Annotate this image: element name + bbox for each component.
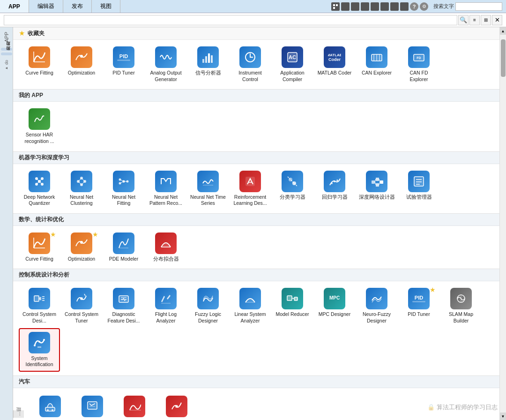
svg-line-34 [78, 178, 82, 181]
app-canfd-explorer[interactable]: FD CAN FD Explorer [398, 44, 439, 85]
svg-line-83 [292, 298, 294, 299]
app-control-sys-tuner[interactable]: Control System Tuner [61, 285, 102, 327]
app-mbc-opt[interactable]: MBC Optimization [156, 393, 197, 420]
toolbar-icon-2[interactable] [341, 2, 350, 11]
favorites-section: ★ 收藏夹 Curve Fitting Optimization PID PID… [13, 27, 499, 90]
app-optimization-math[interactable]: ★ Optimization [61, 230, 102, 265]
toolbar-icon-7[interactable] [390, 2, 399, 11]
favorites-star: ★ [19, 29, 25, 38]
scrollbar[interactable]: ▲ ▼ [499, 27, 506, 420]
sidebar-nav[interactable]: ▸ do [3, 59, 10, 72]
sidebar-item-1[interactable]: 力船加 [1, 48, 12, 51]
scroll-thumb[interactable] [501, 39, 506, 77]
app-exp[interactable]: 试验管理器 [398, 168, 439, 210]
svg-rect-6 [202, 59, 204, 63]
tab-editor[interactable]: 编辑器 [29, 0, 63, 13]
tab-publish[interactable]: 发布 [63, 0, 92, 13]
toolbar-icon-1[interactable] [331, 2, 340, 11]
app-system-id[interactable]: System Identification [19, 328, 60, 372]
svg-line-50 [288, 177, 297, 186]
app-label: Deep Network Quantizer [21, 194, 58, 207]
app-analog-output[interactable]: Analog Output Generator [145, 44, 186, 85]
app-label: Linear System Analyzer [231, 311, 269, 324]
app-pid-tuner-fav[interactable]: PID PID Tuner [103, 44, 144, 85]
toolbar-icon-3[interactable] [351, 2, 359, 11]
app-instrument-control[interactable]: Instrument Control [230, 44, 271, 85]
app-optimization-fav[interactable]: Optimization [61, 44, 102, 85]
sidebar-item-2[interactable]: 力船加 [1, 52, 12, 55]
view-grid-button[interactable]: ⊞ [481, 15, 491, 25]
app-label: SLAM Map Builder [442, 311, 480, 324]
svg-rect-91 [45, 407, 55, 411]
app-driving-scenario[interactable]: Driving Scenario Des... [30, 393, 71, 420]
app-ground-truth[interactable]: Ground Truth Labeler [72, 393, 113, 420]
my-app-label: 我的 APP [19, 92, 43, 98]
app-dnd[interactable]: 深度网络设计器 [356, 168, 397, 210]
app-label: 信号分析器 [195, 70, 221, 76]
svg-point-52 [334, 180, 335, 182]
app-can-explorer[interactable]: CAN Explorer [356, 44, 397, 85]
app-linear-sys[interactable]: Linear System Analyzer [230, 285, 271, 327]
app-model-reducer[interactable]: Model Reducer [272, 285, 313, 327]
app-dist[interactable]: 分布拟合器 [145, 230, 186, 265]
app-mpc-designer[interactable]: MPC MPC Designer [314, 285, 355, 327]
svg-point-87 [34, 345, 36, 346]
main-search-input[interactable] [455, 2, 502, 11]
app-search-input[interactable] [4, 15, 457, 25]
toolbar-icon-4[interactable] [361, 2, 369, 11]
svg-rect-8 [208, 53, 210, 63]
app-signal-analyzer-fav[interactable]: 信号分析器 [187, 44, 229, 85]
app-nnt[interactable]: Neural Net Time Series [187, 168, 229, 210]
app-nnp[interactable]: Neural Net Pattern Reco... [145, 168, 186, 210]
app-label: Flight Log Analyzer [147, 311, 185, 324]
watermark: 🔒 算法工程师的学习日志 [427, 403, 498, 412]
ml-label: 机器学习和深度学习 [19, 154, 69, 161]
tab-view[interactable]: 视图 [92, 0, 120, 13]
app-label: CAN Explorer [362, 70, 392, 76]
app-label: Curve Fitting [25, 256, 53, 262]
close-button[interactable]: ✕ [492, 15, 502, 25]
svg-line-58 [375, 179, 376, 182]
app-fuzzy-logic[interactable]: Fuzzy Logic Designer [187, 285, 229, 327]
settings-icon[interactable]: ⚙ [420, 2, 428, 11]
tab-app[interactable]: APP [0, 0, 29, 13]
app-neuro-fuzzy[interactable]: Neuro-Fuzzy Designer [356, 285, 397, 327]
app-diag-feature[interactable]: Diagnostic Feature Desi... [103, 285, 144, 327]
toolbar-icon-8[interactable] [400, 2, 409, 11]
svg-point-53 [336, 180, 338, 181]
scroll-down-btn[interactable]: ▼ [500, 412, 506, 420]
app-curve-fitting-fav[interactable]: Curve Fitting [19, 44, 60, 85]
search-button[interactable]: 🔍 [458, 15, 469, 25]
svg-rect-0 [333, 4, 335, 6]
app-cls[interactable]: 分类学习器 [272, 168, 313, 210]
toolbar-icon-6[interactable] [380, 2, 389, 11]
app-dnq[interactable]: Deep Network Quantizer [19, 168, 60, 210]
scroll-track[interactable] [500, 35, 506, 412]
app-flight-log[interactable]: Flight Log Analyzer [145, 285, 186, 327]
app-nnc[interactable]: Neural Net Clustering [61, 168, 102, 210]
help-icon[interactable]: ? [410, 2, 418, 11]
svg-line-29 [39, 181, 42, 184]
app-reg[interactable]: 回归学习器 [314, 168, 355, 210]
app-mbc-fitting[interactable]: MBC Model Fitting [114, 393, 155, 420]
main-content: ★ 收藏夹 Curve Fitting Optimization PID PID… [13, 27, 499, 420]
svg-text:Coder: Coder [328, 57, 341, 62]
app-pid-tuner-ctrl[interactable]: ★ PID PID Tuner [398, 285, 439, 327]
app-compiler-fav[interactable]: AC Application Compiler [272, 44, 313, 85]
app-label: Analog Output Generator [147, 70, 185, 82]
app-label: Neural Net Pattern Reco... [147, 194, 185, 207]
app-sensor-har[interactable]: Sensor HAR recognition ... [19, 105, 60, 147]
app-label: Sensor HAR recognition ... [21, 132, 58, 144]
star-opt: ★ [92, 231, 98, 238]
app-slam-map[interactable]: SLAM Map Builder [440, 285, 482, 327]
app-curve-fitting-math[interactable]: ★ Curve Fitting [19, 230, 60, 265]
app-nnf[interactable]: Neural Net Fitting [103, 168, 144, 210]
view-list-button[interactable]: ≡ [469, 15, 480, 25]
app-control-sys-des[interactable]: Control System Desi... [19, 285, 60, 327]
scroll-up-btn[interactable]: ▲ [500, 27, 506, 35]
toolbar-icon-5[interactable] [371, 2, 379, 11]
app-rl[interactable]: Reinforcement Learning Des... [230, 168, 271, 210]
svg-text:MPC: MPC [329, 295, 340, 300]
app-pde[interactable]: PDE Modeler [103, 230, 144, 265]
app-matlab-coder[interactable]: MATLABCoder MATLAB Coder [314, 44, 355, 85]
